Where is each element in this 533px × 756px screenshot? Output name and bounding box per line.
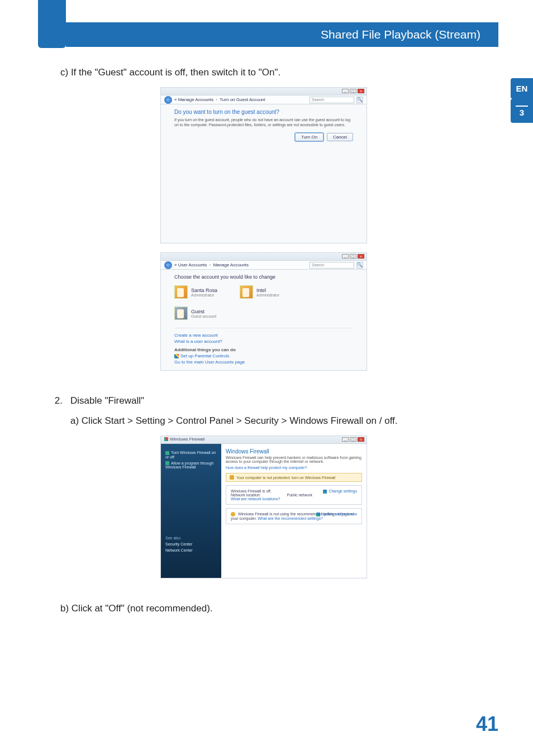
- dialog-buttons: Turn On Cancel: [174, 133, 353, 141]
- account-intel[interactable]: Intel Administrator: [240, 285, 279, 299]
- firewall-body: Turn Windows Firewall on or off Allow a …: [161, 444, 367, 578]
- warning-icon: [231, 512, 235, 516]
- turn-on-button[interactable]: Turn On: [295, 133, 323, 141]
- window-min-button[interactable]: _: [342, 254, 349, 259]
- breadcrumb[interactable]: « User Accounts › Manage Accounts: [174, 262, 307, 267]
- see-also: See also Security Center Network Center: [165, 536, 217, 552]
- search-placeholder: Search: [312, 263, 324, 267]
- side-tabs: EN 3: [511, 78, 533, 123]
- breadcrumb-part2: Manage Accounts: [213, 262, 249, 267]
- link-security-center[interactable]: Security Center: [165, 542, 217, 546]
- network-location-value: Public network: [287, 493, 312, 497]
- search-icon[interactable]: 🔍: [356, 97, 363, 103]
- step-2b-text: b) Click at "Off" (not recommended).: [60, 603, 476, 614]
- see-also-heading: See also: [165, 536, 217, 540]
- accounts-row1: Santa Rosa Administrator Intel Administr…: [174, 285, 353, 299]
- link-network-center[interactable]: Network Center: [165, 548, 217, 552]
- back-button[interactable]: ←: [164, 261, 172, 269]
- panel-desc: Windows Firewall can help prevent hacker…: [226, 456, 362, 463]
- window-close-button[interactable]: x: [358, 89, 364, 93]
- link-parental-controls[interactable]: Set up Parental Controls: [174, 353, 353, 358]
- window-buttons: _ ▢ x: [342, 89, 364, 93]
- window-titlebar: Windows Firewall _ ▢ x: [161, 436, 367, 444]
- panel-title: Windows Firewall: [226, 448, 362, 454]
- window-close-button[interactable]: x: [358, 254, 364, 259]
- account-santa-rosa[interactable]: Santa Rosa Administrator: [174, 285, 217, 299]
- step-c-text: c) If the "Guest" account is off, then s…: [60, 67, 476, 78]
- shield-icon: [164, 437, 168, 441]
- screenshot-guest-turn-on: _ ▢ x ← « Manage Accounts › Turn on Gues…: [160, 87, 367, 243]
- link-create-account[interactable]: Create a new account: [174, 333, 353, 338]
- tab-chapter[interactable]: 3: [511, 99, 533, 123]
- firewall-recommend-card: Update settings now Windows Firewall is …: [226, 508, 362, 524]
- link-main-accounts[interactable]: Go to the main User Accounts page: [174, 360, 353, 365]
- window-min-button[interactable]: _: [342, 437, 349, 442]
- sidebar-link-turn-onoff[interactable]: Turn Windows Firewall on or off: [165, 451, 217, 459]
- link-change-settings[interactable]: Change settings: [323, 489, 357, 494]
- link-how-firewall-helps[interactable]: How does a firewall help protect my comp…: [226, 466, 362, 470]
- address-bar: ← « Manage Accounts › Turn on Guest Acco…: [161, 95, 367, 104]
- warning-text: Your computer is not protected: turn on …: [236, 476, 335, 480]
- link-label: Update settings now: [322, 512, 357, 516]
- window-buttons: _ ▢ x: [342, 437, 364, 442]
- back-button[interactable]: ←: [164, 96, 172, 104]
- search-icon[interactable]: 🔍: [356, 262, 363, 269]
- breadcrumb[interactable]: « Manage Accounts › Turn on Guest Accoun…: [174, 97, 299, 102]
- link-recommended-settings[interactable]: What are the recommended settings?: [258, 516, 323, 520]
- dialog-question: Do you want to turn on the guest account…: [174, 109, 353, 115]
- window-title: Windows Firewall: [164, 437, 204, 442]
- breadcrumb-part1: Manage Accounts: [178, 97, 214, 102]
- window-close-button[interactable]: x: [358, 437, 364, 442]
- window-titlebar: _ ▢ x: [161, 88, 367, 95]
- link-update-settings[interactable]: Update settings now: [316, 512, 357, 516]
- account-name: Santa Rosa: [191, 288, 217, 293]
- firewall-main: Windows Firewall Windows Firewall can he…: [221, 444, 367, 578]
- account-role: Guest account: [191, 314, 216, 318]
- search-input[interactable]: Search: [310, 262, 354, 269]
- link-label: Change settings: [329, 489, 357, 493]
- firewall-status-card: Change settings Windows Firewall is off.…: [226, 485, 362, 505]
- status-line2: Network location: Public network: [231, 493, 357, 497]
- shield-icon: [165, 451, 169, 455]
- tab-lang[interactable]: EN: [511, 78, 533, 99]
- cancel-button[interactable]: Cancel: [327, 133, 353, 141]
- window-max-button[interactable]: ▢: [350, 437, 356, 442]
- search-placeholder: Search: [312, 98, 324, 102]
- step-2: 2. Disable "Firewall" a) Click Start > S…: [51, 395, 476, 427]
- breadcrumb-sep: ›: [216, 97, 218, 102]
- window-max-button[interactable]: ▢: [350, 89, 356, 93]
- header: Shared File Playback (Stream): [0, 0, 533, 48]
- accounts-heading: Choose the account you would like to cha…: [174, 274, 353, 280]
- account-name: Guest: [191, 309, 216, 314]
- window-max-button[interactable]: ▢: [350, 254, 356, 259]
- sidebar-link-allow-program[interactable]: Allow a program through Windows Firewall: [165, 461, 217, 470]
- shield-icon: [316, 513, 320, 516]
- account-guest[interactable]: Guest Guest account: [174, 307, 216, 320]
- tab-chapter-num: 3: [520, 108, 524, 117]
- step-2-title: Disable "Firewall": [70, 395, 398, 406]
- link-network-locations[interactable]: What are network locations?: [231, 497, 280, 501]
- page-content: c) If the "Guest" account is off, then s…: [51, 67, 476, 614]
- breadcrumb-part2: Turn on Guest Account: [220, 97, 265, 102]
- warning-icon: [230, 475, 234, 480]
- avatar: [240, 285, 253, 299]
- page-number: 41: [476, 712, 498, 736]
- step-2-number: 2.: [51, 395, 63, 427]
- search-input[interactable]: Search: [310, 97, 354, 103]
- step-2a-text: a) Click Start > Setting > Control Panel…: [70, 415, 398, 427]
- link-label: Allow a program through Windows Firewall: [165, 461, 213, 470]
- account-role: Administrator: [191, 293, 217, 297]
- accounts-row2: Guest Guest account: [174, 307, 353, 320]
- link-what-is-account[interactable]: What is a user account?: [174, 339, 353, 344]
- window-body: Choose the account you would like to cha…: [161, 270, 367, 370]
- warning-bar: Your computer is not protected: turn on …: [226, 473, 362, 482]
- avatar: [174, 307, 188, 320]
- avatar: [174, 285, 188, 299]
- shield-icon: [165, 461, 169, 465]
- account-name: Intel: [256, 288, 279, 293]
- header-ribbon: Shared File Playback (Stream): [66, 22, 498, 47]
- window-title-text: Windows Firewall: [170, 437, 204, 442]
- window-min-button[interactable]: _: [342, 89, 349, 93]
- window-body: Do you want to turn on the guest account…: [161, 104, 367, 146]
- account-role: Administrator: [256, 293, 279, 297]
